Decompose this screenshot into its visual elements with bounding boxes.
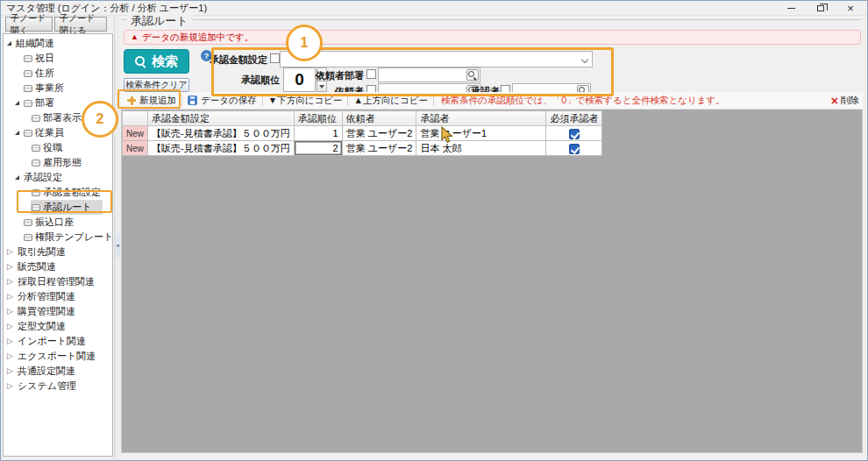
expanded-arrow-icon[interactable] bbox=[15, 131, 19, 135]
row-status-badge[interactable]: New bbox=[123, 141, 148, 156]
delete-button[interactable]: × 削除 bbox=[831, 95, 859, 107]
requester-dept-checkbox[interactable] bbox=[366, 69, 376, 79]
collapsed-arrow-icon[interactable]: ▷ bbox=[7, 248, 13, 256]
copy-up-button[interactable]: ▲上方向にコピー bbox=[350, 95, 431, 107]
column-header[interactable]: 依頼者 bbox=[342, 111, 416, 126]
tree-item-kyotsu-settei-kanren[interactable]: ▷共通設定関連 bbox=[4, 364, 112, 379]
splitter-collapse-arrow-icon[interactable]: ◄ bbox=[115, 233, 120, 258]
tree-item-hanbai-kanren[interactable]: ▷販売関連 bbox=[4, 259, 112, 274]
row-status-badge[interactable]: New bbox=[123, 126, 148, 141]
database-icon bbox=[32, 160, 40, 167]
tree-item-kengen-template[interactable]: 権限テンプレート bbox=[4, 230, 112, 245]
collapsed-arrow-icon[interactable]: ▷ bbox=[7, 323, 13, 330]
cell-approver[interactable]: 営業 ユーザー1 bbox=[416, 126, 546, 141]
database-icon bbox=[24, 219, 32, 226]
copy-down-button[interactable]: ▼下方向にコピー bbox=[265, 95, 346, 107]
tree-item-shonin-kingaku-settei[interactable]: 承認金額設定 bbox=[4, 185, 112, 200]
collapsed-arrow-icon[interactable]: ▷ bbox=[7, 382, 13, 390]
tree-item-shonin-route[interactable]: 承認ルート bbox=[4, 200, 112, 215]
tree-item-shonin-settei[interactable]: 承認設定 bbox=[4, 170, 112, 185]
tree-item-label: 権限テンプレート bbox=[35, 230, 113, 244]
tree-item-system-kanri[interactable]: ▷システム管理 bbox=[4, 379, 112, 394]
cell-required-approver bbox=[546, 126, 602, 141]
search-button[interactable]: 検索 bbox=[124, 49, 189, 74]
approval-amount-checkbox[interactable] bbox=[270, 53, 280, 63]
add-new-button[interactable]: 新規追加 bbox=[124, 95, 180, 107]
approval-amount-combobox[interactable] bbox=[280, 51, 593, 67]
column-header[interactable]: 承認金額設定 bbox=[148, 111, 295, 126]
approval-route-table: 承認金額設定承認順位依頼者承認者必須承認者 New【販売-見積書承認】５００万円… bbox=[122, 110, 602, 156]
column-header[interactable]: 承認者 bbox=[416, 111, 546, 126]
column-header[interactable]: 承認順位 bbox=[294, 111, 342, 126]
checked-checkbox-icon[interactable] bbox=[569, 144, 580, 154]
app-window: マスタ管理 (ログイン：分析 / 分析 ユーザー1) × 子ノード開く 子ノード… bbox=[0, 0, 868, 461]
cell-approval-amount[interactable]: 【販売-見積書承認】５００万円 bbox=[148, 141, 295, 156]
maximize-button[interactable] bbox=[806, 1, 836, 16]
collapsed-arrow-icon[interactable]: ▷ bbox=[7, 352, 13, 360]
expanded-arrow-icon[interactable] bbox=[7, 41, 11, 46]
tree-item-label: 組織関連 bbox=[16, 37, 54, 50]
tree-item-import-kanren[interactable]: ▷インポート関連 bbox=[4, 334, 112, 349]
tree-item-soshiki-kanren[interactable]: 組織関連 bbox=[4, 36, 112, 51]
tree-item-saishu-nittei-kanri-kanren[interactable]: ▷採取日程管理関連 bbox=[4, 274, 112, 289]
close-child-nodes-button[interactable]: 子ノード閉じる bbox=[54, 17, 107, 32]
tree-item-busho-hyoji[interactable]: 部署表示 bbox=[4, 110, 112, 125]
tree-item-label: 従業員 bbox=[35, 126, 64, 139]
collapsed-arrow-icon[interactable]: ▷ bbox=[7, 278, 13, 286]
requester-dept-label: 依頼者部署 bbox=[310, 69, 364, 82]
collapsed-arrow-icon[interactable]: ▷ bbox=[7, 337, 13, 345]
sidebar-splitter[interactable]: ◄ bbox=[114, 16, 119, 461]
tree-item-body: 住所 bbox=[23, 66, 57, 81]
tree-item-label: 承認設定 bbox=[24, 171, 62, 184]
requester-dept-search-button[interactable] bbox=[466, 69, 479, 81]
cell-approval-amount[interactable]: 【販売-見積書承認】５００万円 bbox=[148, 126, 295, 141]
tree-item-label: 雇用形態 bbox=[43, 156, 82, 169]
tree-item-body: 部署表示 bbox=[31, 110, 84, 125]
tree-item-furikomi-koza[interactable]: 振込口座 bbox=[4, 215, 112, 230]
expanded-arrow-icon[interactable] bbox=[15, 175, 19, 180]
tree-item-busho[interactable]: 部署 bbox=[4, 96, 112, 110]
cell-requester[interactable]: 営業 ユーザー2 bbox=[342, 126, 416, 141]
tree-item-jusho[interactable]: 住所 bbox=[4, 66, 112, 81]
tree-item-torihikisaki-kanren[interactable]: ▷取引先関連 bbox=[4, 245, 112, 259]
collapsed-arrow-icon[interactable]: ▷ bbox=[7, 367, 13, 375]
tree-item-shukujitsu[interactable]: 祝日 bbox=[4, 51, 112, 66]
requester-dept-input[interactable] bbox=[380, 69, 465, 81]
tree-item-jigyosho[interactable]: 事業所 bbox=[4, 81, 112, 96]
page-title: 承認ルート bbox=[126, 13, 193, 29]
database-icon bbox=[24, 70, 32, 77]
save-data-button[interactable]: データの保存 bbox=[184, 95, 260, 107]
cell-required-approver bbox=[546, 141, 602, 156]
tree-item-yakushoku[interactable]: 役職 bbox=[4, 140, 112, 155]
tree-item-jugyoin[interactable]: 従業員 bbox=[4, 125, 112, 140]
collapsed-arrow-icon[interactable]: ▷ bbox=[7, 293, 13, 301]
grid-header-row: 承認金額設定承認順位依頼者承認者必須承認者 bbox=[123, 111, 602, 126]
close-button[interactable]: × bbox=[836, 1, 865, 16]
cell-approver[interactable]: 日本 太郎 bbox=[416, 141, 546, 156]
tree-item-bunseki-kanri-kanren[interactable]: ▷分析管理関連 bbox=[4, 289, 112, 304]
minimize-button[interactable] bbox=[776, 1, 806, 16]
tree-item-koyo-keitai[interactable]: 雇用形態 bbox=[4, 155, 112, 170]
expanded-arrow-icon[interactable] bbox=[15, 101, 19, 105]
tree-item-body: 購買管理関連 bbox=[17, 304, 78, 319]
tree-item-export-kanren[interactable]: ▷エクスポート関連 bbox=[4, 349, 112, 364]
tree-item-teikeibun-kanren[interactable]: ▷定型文関連 bbox=[4, 319, 112, 334]
tree-item-kobai-kanri-kanren[interactable]: ▷購買管理関連 bbox=[4, 304, 112, 319]
checked-checkbox-icon[interactable] bbox=[569, 129, 580, 139]
grid-toolbar: 新規追加 データの保存 ▼下方向にコピー ▲上方向にコピー 検索条件の承認順位で… bbox=[121, 92, 863, 109]
approval-order-label: 承認順位 bbox=[229, 74, 280, 87]
tree-item-body: 共通設定関連 bbox=[17, 364, 78, 379]
collapsed-arrow-icon[interactable]: ▷ bbox=[7, 263, 13, 271]
cell-approval-order[interactable]: 2 bbox=[294, 141, 342, 156]
tree-item-body: 承認金額設定 bbox=[31, 185, 103, 200]
open-child-nodes-button[interactable]: 子ノード開く bbox=[5, 17, 53, 32]
collapsed-arrow-icon[interactable]: ▷ bbox=[7, 308, 13, 316]
tree-item-body: エクスポート関連 bbox=[17, 349, 98, 364]
grid-body: New【販売-見積書承認】５００万円1営業 ユーザー2営業 ユーザー1New【販… bbox=[123, 126, 602, 156]
tree-item-body: 承認ルート bbox=[31, 200, 103, 215]
cell-approval-order[interactable]: 1 bbox=[294, 126, 342, 141]
cell-requester[interactable]: 営業 ユーザー2 bbox=[342, 141, 416, 156]
column-header[interactable]: 必須承認者 bbox=[546, 111, 602, 126]
clear-search-conditions-button[interactable]: 検索条件クリア bbox=[124, 78, 189, 92]
chevron-down-icon bbox=[581, 56, 588, 63]
